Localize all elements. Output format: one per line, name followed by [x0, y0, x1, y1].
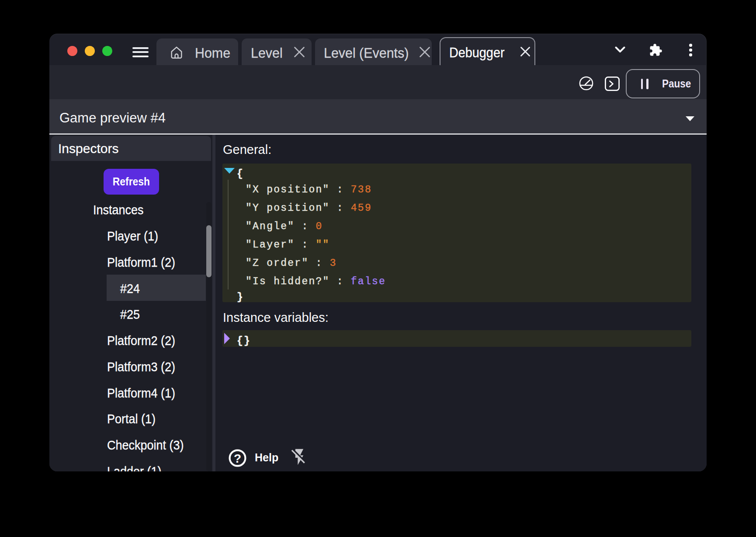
svg-text:?: ?: [234, 452, 241, 465]
